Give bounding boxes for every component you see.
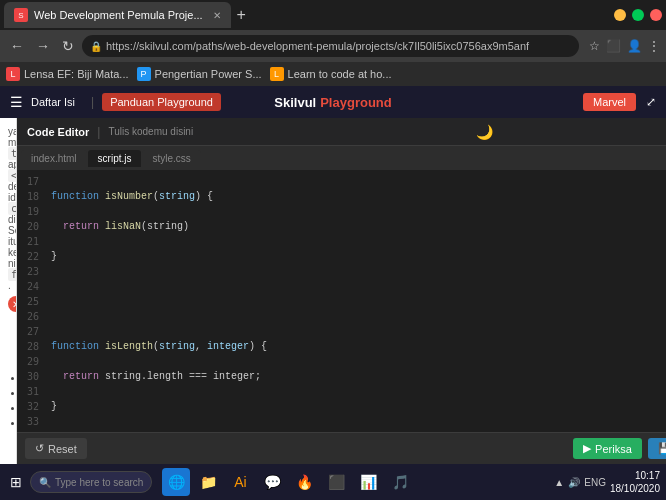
clock-time: 10:17 bbox=[610, 469, 660, 482]
code-editor-panel: Code Editor | Tulis kodemu disini 🌙 ⤢ in… bbox=[17, 118, 666, 464]
network-icon: ▲ bbox=[554, 477, 564, 488]
editor-subtitle: Tulis kodemu disini bbox=[108, 126, 193, 137]
marvel-button[interactable]: Marvel bbox=[583, 93, 636, 111]
profile-icon[interactable]: 👤 bbox=[627, 39, 642, 53]
taskbar-icon-5[interactable]: 🔥 bbox=[290, 468, 318, 496]
nav-bar: ← → ↻ 🔒 https://skilvul.com/paths/web-de… bbox=[0, 30, 666, 62]
nav-actions: ☆ ⬛ 👤 ⋮ bbox=[589, 39, 660, 53]
taskbar-icon-4[interactable]: 💬 bbox=[258, 468, 286, 496]
bookmark-3-icon: L bbox=[270, 67, 284, 81]
reset-button[interactable]: ↺ Reset bbox=[25, 438, 87, 459]
line-numbers: 1718192021222324252627282930313233343536… bbox=[17, 170, 45, 432]
code-line-21 bbox=[51, 309, 666, 324]
tab-index-html[interactable]: index.html bbox=[21, 150, 87, 167]
tab-bar: S Web Development Pemula Proje... ✕ + bbox=[0, 0, 666, 30]
refresh-button[interactable]: ↻ bbox=[58, 38, 78, 54]
editor-body: 1718192021222324252627282930313233343536… bbox=[17, 170, 666, 432]
bookmark-1-label: Lensa EF: Biji Mata... bbox=[24, 68, 129, 80]
tab-script-js[interactable]: script.js bbox=[88, 150, 142, 167]
taskbar-system-icons: ▲ 🔊 ENG 10:17 18/10/2020 bbox=[554, 469, 660, 495]
taskbar-search[interactable]: 🔍 Type here to search bbox=[30, 471, 152, 493]
content-area: yang mengembalikan true apabila <input> … bbox=[0, 118, 666, 464]
code-line-18: return lisNaN(string) bbox=[51, 219, 666, 234]
editor-header: Code Editor | Tulis kodemu disini 🌙 ⤢ bbox=[17, 118, 666, 146]
left-panel: yang mengembalikan true apabila <input> … bbox=[0, 118, 17, 464]
lang-label: ENG bbox=[584, 477, 606, 488]
tab-style-css[interactable]: style.css bbox=[142, 150, 200, 167]
volume-icon: 🔊 bbox=[568, 477, 580, 488]
code-line-24: } bbox=[51, 399, 666, 414]
bookmark-3[interactable]: L Learn to code at ho... bbox=[270, 67, 392, 81]
panduan-button[interactable]: Panduan Playground bbox=[102, 93, 221, 111]
reset-label: Reset bbox=[48, 443, 77, 455]
taskbar-app-icons: 🌐 📁 Ai 💬 🔥 ⬛ 📊 🎵 bbox=[162, 468, 414, 496]
tab-favicon: S bbox=[14, 8, 28, 22]
simpan-button[interactable]: 💾 Simpan bbox=[648, 438, 666, 459]
taskbar-clock: 10:17 18/10/2020 bbox=[610, 469, 660, 495]
daftar-isi-link[interactable]: Daftar Isi bbox=[31, 96, 75, 108]
dark-mode-toggle[interactable]: 🌙 bbox=[476, 124, 493, 140]
code-line-17: function isNumber(string) { bbox=[51, 189, 666, 204]
code-line-20 bbox=[51, 279, 666, 294]
code-line-22: function isLength(string, integer) { bbox=[51, 339, 666, 354]
extension-icon[interactable]: ⬛ bbox=[606, 39, 621, 53]
browser-window: S Web Development Pemula Proje... ✕ + ← … bbox=[0, 0, 666, 464]
back-button[interactable]: ← bbox=[6, 38, 28, 54]
q20-status-icon: ✕ bbox=[8, 296, 17, 312]
taskbar-icon-8[interactable]: 🎵 bbox=[386, 468, 414, 496]
search-placeholder: Type here to search bbox=[55, 477, 143, 488]
playground-logo-text: Playground bbox=[320, 95, 392, 110]
search-icon: 🔍 bbox=[39, 477, 51, 488]
menu-icon[interactable]: ⋮ bbox=[648, 39, 660, 53]
url-text: https://skilvul.com/paths/web-developmen… bbox=[106, 40, 529, 52]
tab-close-button[interactable]: ✕ bbox=[213, 10, 221, 21]
bookmark-2[interactable]: P Pengertian Power S... bbox=[137, 67, 262, 81]
maximize-button[interactable] bbox=[632, 9, 644, 21]
lock-icon: 🔒 bbox=[90, 41, 102, 52]
bookmark-1-icon: L bbox=[6, 67, 20, 81]
taskbar-icon-6[interactable]: ⬛ bbox=[322, 468, 350, 496]
code-content[interactable]: function isNumber(string) { return lisNa… bbox=[45, 170, 666, 432]
star-icon[interactable]: ☆ bbox=[589, 39, 600, 53]
address-bar[interactable]: 🔒 https://skilvul.com/paths/web-developm… bbox=[82, 35, 579, 57]
taskbar-icon-7[interactable]: 📊 bbox=[354, 468, 382, 496]
close-button[interactable] bbox=[650, 9, 662, 21]
taskbar-browser-icon[interactable]: 🌐 bbox=[162, 468, 190, 496]
bookmark-2-label: Pengertian Power S... bbox=[155, 68, 262, 80]
bookmark-2-icon: P bbox=[137, 67, 151, 81]
taskbar-icon-3[interactable]: Ai bbox=[226, 468, 254, 496]
bookmark-3-label: Learn to code at ho... bbox=[288, 68, 392, 80]
periksa-label: Periksa bbox=[595, 443, 632, 455]
windows-start-button[interactable]: ⊞ bbox=[6, 470, 26, 494]
code-line-23: return string.length === integer; bbox=[51, 369, 666, 384]
skilvul-logo-text: Skilvul bbox=[274, 95, 316, 110]
window-controls bbox=[614, 9, 662, 21]
minimize-button[interactable] bbox=[614, 9, 626, 21]
code-line-19: } bbox=[51, 249, 666, 264]
save-icon: 💾 bbox=[658, 442, 666, 455]
editor-tabs: index.html script.js style.css bbox=[17, 146, 666, 170]
editor-footer: ↺ Reset ▶ Periksa 💾 Simpan ➤ Kirim bbox=[17, 432, 666, 464]
bookmark-1[interactable]: L Lensa EF: Biji Mata... bbox=[6, 67, 129, 81]
sys-tray: ▲ 🔊 ENG bbox=[554, 477, 606, 488]
reset-icon: ↺ bbox=[35, 442, 44, 455]
editor-title: Code Editor bbox=[27, 126, 89, 138]
hamburger-menu[interactable]: ☰ bbox=[10, 94, 23, 110]
header-expand-icon[interactable]: ⤢ bbox=[646, 95, 656, 109]
tab-title: Web Development Pemula Proje... bbox=[34, 9, 203, 21]
forward-button[interactable]: → bbox=[32, 38, 54, 54]
periksa-button[interactable]: ▶ Periksa bbox=[573, 438, 642, 459]
separator: | bbox=[91, 95, 94, 109]
skilvul-logo: Skilvul Playground bbox=[274, 95, 391, 110]
taskbar-icon-2[interactable]: 📁 bbox=[194, 468, 222, 496]
play-icon: ▶ bbox=[583, 442, 591, 455]
active-tab[interactable]: S Web Development Pemula Proje... ✕ bbox=[4, 2, 231, 28]
clock-date: 18/10/2020 bbox=[610, 482, 660, 495]
taskbar: ⊞ 🔍 Type here to search 🌐 📁 Ai 💬 🔥 ⬛ 📊 🎵… bbox=[0, 464, 666, 500]
skilvul-header: ☰ Daftar Isi | Panduan Playground Skilvu… bbox=[0, 86, 666, 118]
new-tab-button[interactable]: + bbox=[237, 6, 246, 24]
bookmarks-bar: L Lensa EF: Biji Mata... P Pengertian Po… bbox=[0, 62, 666, 86]
editor-separator: | bbox=[97, 125, 100, 139]
